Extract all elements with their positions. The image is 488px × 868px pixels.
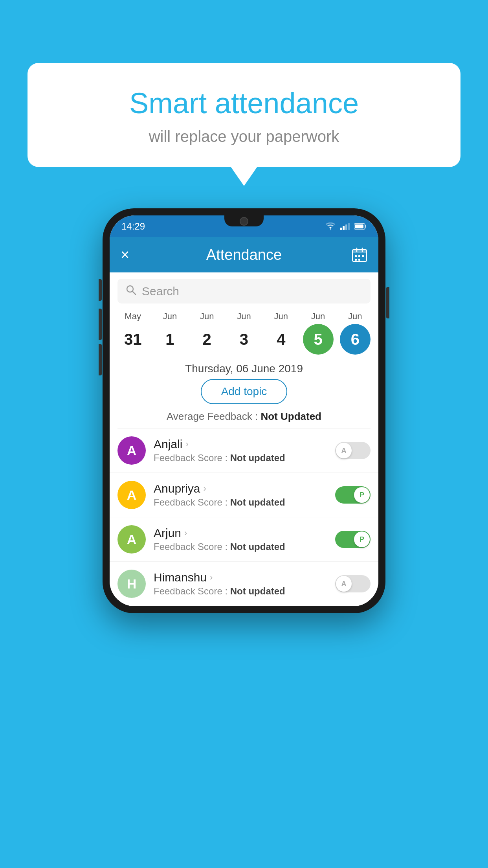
toggle-knob: P — [354, 487, 370, 503]
chevron-right-icon: › — [210, 572, 213, 583]
student-feedback: Feedback Score : Not updated — [154, 586, 335, 597]
calendar-day[interactable]: Jun4 — [266, 311, 296, 355]
attendance-toggle[interactable]: A — [335, 442, 371, 459]
volume-mute-button — [99, 279, 102, 301]
chevron-right-icon: › — [203, 484, 206, 494]
student-name: Anupriya › — [154, 482, 335, 495]
student-list: AAnjali ›Feedback Score : Not updatedAAA… — [110, 428, 378, 606]
svg-line-13 — [132, 291, 136, 294]
close-button[interactable]: × — [121, 246, 129, 263]
average-feedback-label: Average Feedback : — [167, 410, 258, 422]
calendar-row: May31Jun1Jun2Jun3Jun4Jun5Jun6 — [110, 303, 378, 356]
battery-icon — [354, 223, 367, 230]
phone-container: 14:29 — [103, 208, 385, 613]
phone-frame: 14:29 — [103, 208, 385, 613]
toggle-knob: A — [336, 576, 352, 592]
status-bar-right — [325, 223, 367, 230]
svg-rect-8 — [358, 255, 360, 257]
phone-screen: 14:29 — [110, 215, 378, 606]
student-name: Anjali › — [154, 438, 335, 451]
speech-bubble-subtitle: will replace your paperwork — [51, 128, 437, 145]
cal-month: Jun — [237, 311, 251, 322]
status-time: 14:29 — [121, 221, 145, 232]
student-row[interactable]: AAnjali ›Feedback Score : Not updatedA — [110, 428, 378, 473]
search-input[interactable]: Search — [142, 285, 363, 298]
student-row[interactable]: HHimanshu ›Feedback Score : Not updatedA — [110, 562, 378, 606]
cal-month: Jun — [200, 311, 214, 322]
app-content: Search May31Jun1Jun2Jun3Jun4Jun5Jun6 Thu… — [110, 272, 378, 606]
student-info: Anjali ›Feedback Score : Not updated — [154, 438, 335, 463]
student-name: Arjun › — [154, 526, 335, 540]
attendance-toggle[interactable]: P — [335, 531, 371, 548]
cal-month: May — [125, 311, 141, 322]
cal-date[interactable]: 6 — [340, 324, 371, 355]
signal-bars — [340, 223, 350, 230]
student-info: Arjun ›Feedback Score : Not updated — [154, 526, 335, 552]
svg-rect-11 — [358, 259, 360, 261]
student-info: Himanshu ›Feedback Score : Not updated — [154, 571, 335, 597]
cal-month: Jun — [311, 311, 325, 322]
student-feedback: Feedback Score : Not updated — [154, 452, 335, 463]
calendar-day[interactable]: Jun5 — [303, 311, 334, 355]
add-topic-button[interactable]: Add topic — [201, 379, 288, 404]
attendance-toggle[interactable]: A — [335, 575, 371, 592]
student-avatar: H — [117, 570, 146, 598]
cal-date[interactable]: 2 — [192, 324, 222, 355]
search-icon — [125, 284, 136, 298]
average-feedback: Average Feedback : Not Updated — [110, 410, 378, 423]
student-feedback: Feedback Score : Not updated — [154, 541, 335, 552]
chevron-right-icon: › — [184, 528, 187, 538]
svg-rect-1 — [365, 225, 366, 228]
student-avatar: A — [117, 436, 146, 465]
cal-month: Jun — [163, 311, 177, 322]
calendar-day[interactable]: Jun3 — [229, 311, 259, 355]
volume-up-button — [99, 309, 102, 340]
cal-month: Jun — [274, 311, 288, 322]
toggle-knob: A — [336, 443, 352, 458]
toolbar-title: Attendance — [206, 246, 282, 263]
chevron-right-icon: › — [185, 439, 188, 449]
cal-date[interactable]: 4 — [266, 324, 296, 355]
wifi-icon — [325, 223, 336, 230]
cal-date[interactable]: 3 — [229, 324, 259, 355]
calendar-day[interactable]: May31 — [117, 311, 148, 355]
cal-date[interactable]: 31 — [117, 324, 148, 355]
student-avatar: A — [117, 525, 146, 554]
student-feedback: Feedback Score : Not updated — [154, 497, 335, 508]
power-button — [386, 287, 389, 318]
volume-down-button — [99, 344, 102, 375]
average-feedback-value: Not Updated — [261, 410, 321, 422]
svg-rect-2 — [355, 224, 363, 228]
svg-rect-7 — [355, 255, 357, 257]
svg-rect-4 — [352, 250, 367, 253]
student-avatar: A — [117, 481, 146, 509]
calendar-day[interactable]: Jun6 — [340, 311, 371, 355]
toggle-knob: P — [354, 531, 370, 547]
student-row[interactable]: AAnupriya ›Feedback Score : Not updatedP — [110, 473, 378, 517]
search-bar[interactable]: Search — [117, 279, 371, 303]
selected-date-label: Thursday, 06 June 2019 — [110, 356, 378, 379]
speech-bubble-title: Smart attendance — [51, 86, 437, 120]
svg-rect-9 — [362, 255, 364, 257]
student-row[interactable]: AArjun ›Feedback Score : Not updatedP — [110, 517, 378, 562]
calendar-day[interactable]: Jun1 — [154, 311, 185, 355]
cal-date[interactable]: 5 — [303, 324, 334, 355]
phone-camera — [240, 217, 248, 226]
svg-rect-10 — [355, 259, 357, 261]
speech-bubble-container: Smart attendance will replace your paper… — [28, 63, 460, 167]
speech-bubble: Smart attendance will replace your paper… — [28, 63, 460, 167]
app-toolbar: × Attendance — [110, 237, 378, 272]
cal-date[interactable]: 1 — [154, 324, 185, 355]
cal-month: Jun — [348, 311, 362, 322]
student-info: Anupriya ›Feedback Score : Not updated — [154, 482, 335, 508]
calendar-icon[interactable] — [352, 247, 367, 262]
attendance-toggle[interactable]: P — [335, 486, 371, 504]
calendar-day[interactable]: Jun2 — [192, 311, 222, 355]
student-name: Himanshu › — [154, 571, 335, 584]
